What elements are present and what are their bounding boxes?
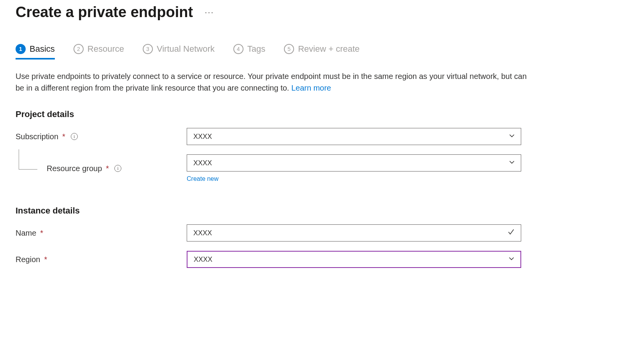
info-icon[interactable]: i	[114, 165, 121, 172]
required-asterisk: *	[106, 164, 109, 173]
tab-review-create[interactable]: 5 Review + create	[284, 44, 359, 60]
tab-label: Resource	[88, 44, 124, 54]
chevron-down-icon	[508, 132, 515, 141]
resource-group-dropdown[interactable]: XXXX	[187, 154, 521, 172]
tab-label: Basics	[30, 44, 55, 54]
region-dropdown[interactable]: XXXX	[187, 251, 521, 268]
dropdown-value: XXXX	[194, 256, 212, 264]
required-asterisk: *	[44, 255, 47, 264]
label-text: Subscription	[16, 132, 58, 141]
create-new-link[interactable]: Create new	[187, 175, 219, 182]
input-value: XXXX	[193, 229, 212, 237]
step-number-badge: 2	[74, 44, 84, 54]
required-asterisk: *	[62, 132, 65, 141]
learn-more-link[interactable]: Learn more	[291, 84, 331, 92]
step-number-badge: 1	[16, 44, 26, 54]
dropdown-value: XXXX	[193, 133, 212, 141]
section-project-details: Project details	[16, 109, 625, 119]
page-title: Create a private endpoint	[16, 4, 193, 21]
tab-resource[interactable]: 2 Resource	[74, 44, 124, 60]
name-input[interactable]: XXXX	[187, 224, 521, 242]
label-text: Name	[16, 229, 36, 238]
step-number-badge: 5	[284, 44, 294, 54]
label-text: Resource group	[47, 164, 102, 173]
description-body: Use private endpoints to privately conne…	[16, 72, 527, 92]
more-actions-icon[interactable]: ···	[205, 7, 214, 18]
tab-virtual-network[interactable]: 3 Virtual Network	[143, 44, 215, 60]
step-number-badge: 4	[233, 44, 243, 54]
tab-label: Virtual Network	[157, 44, 215, 54]
name-label: Name *	[16, 229, 187, 238]
indent-connector-icon	[19, 149, 37, 170]
subscription-label: Subscription * i	[16, 132, 187, 141]
section-instance-details: Instance details	[16, 206, 625, 216]
dropdown-value: XXXX	[193, 159, 212, 167]
description-text: Use private endpoints to privately conne…	[16, 70, 529, 94]
tab-label: Review + create	[298, 44, 359, 54]
wizard-tabs: 1 Basics 2 Resource 3 Virtual Network 4 …	[16, 44, 625, 60]
info-icon[interactable]: i	[71, 133, 78, 140]
step-number-badge: 3	[143, 44, 153, 54]
tab-basics[interactable]: 1 Basics	[16, 44, 55, 60]
checkmark-icon	[507, 228, 515, 238]
region-label: Region *	[16, 255, 187, 264]
tab-tags[interactable]: 4 Tags	[233, 44, 265, 60]
required-asterisk: *	[40, 229, 43, 238]
chevron-down-icon	[508, 255, 515, 264]
tab-label: Tags	[247, 44, 265, 54]
chevron-down-icon	[508, 159, 515, 168]
label-text: Region	[16, 255, 40, 264]
subscription-dropdown[interactable]: XXXX	[187, 128, 521, 145]
resource-group-label: Resource group * i	[16, 164, 187, 173]
